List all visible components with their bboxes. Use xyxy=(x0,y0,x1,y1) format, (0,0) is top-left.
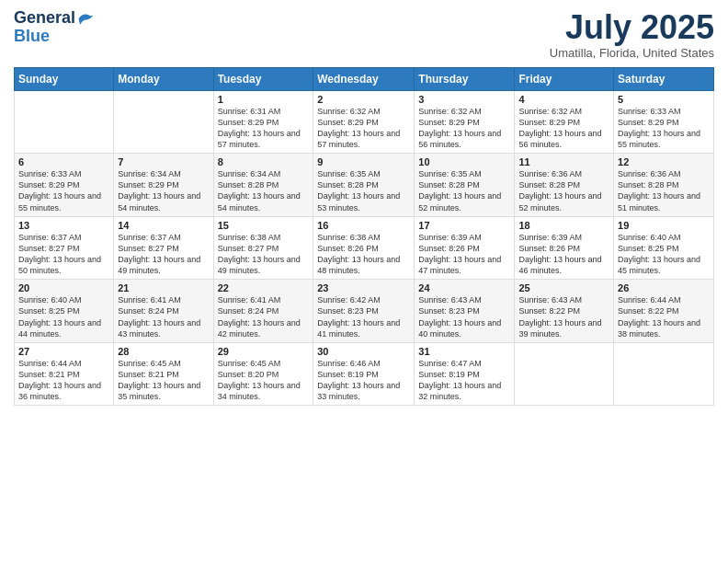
calendar-cell: 29Sunrise: 6:45 AMSunset: 8:20 PMDayligh… xyxy=(213,342,313,406)
calendar-cell xyxy=(515,342,614,406)
logo-bird-icon xyxy=(77,9,96,28)
day-info: Sunrise: 6:37 AMSunset: 8:27 PMDaylight:… xyxy=(18,232,109,277)
day-info: Sunrise: 6:36 AMSunset: 8:28 PMDaylight:… xyxy=(618,168,710,213)
day-info: Sunrise: 6:32 AMSunset: 8:29 PMDaylight:… xyxy=(418,106,510,151)
day-info: Sunrise: 6:33 AMSunset: 8:29 PMDaylight:… xyxy=(618,106,710,151)
calendar-cell: 4Sunrise: 6:32 AMSunset: 8:29 PMDaylight… xyxy=(515,90,614,154)
logo: General Blue xyxy=(14,9,96,46)
calendar-cell xyxy=(114,90,213,154)
calendar-cell: 31Sunrise: 6:47 AMSunset: 8:19 PMDayligh… xyxy=(415,342,515,406)
day-info: Sunrise: 6:38 AMSunset: 8:27 PMDaylight:… xyxy=(218,232,310,277)
day-number: 17 xyxy=(418,220,510,231)
day-number: 23 xyxy=(317,282,410,293)
calendar-header-thursday: Thursday xyxy=(415,67,515,90)
calendar-cell: 7Sunrise: 6:34 AMSunset: 8:29 PMDaylight… xyxy=(114,154,213,217)
calendar-header-monday: Monday xyxy=(114,67,213,90)
day-number: 4 xyxy=(518,94,609,105)
day-number: 11 xyxy=(518,156,609,167)
day-number: 26 xyxy=(618,282,710,293)
calendar-cell: 21Sunrise: 6:41 AMSunset: 8:24 PMDayligh… xyxy=(114,280,213,343)
calendar-cell: 3Sunrise: 6:32 AMSunset: 8:29 PMDaylight… xyxy=(415,90,515,154)
subtitle: Umatilla, Florida, United States xyxy=(550,46,714,60)
calendar-cell: 8Sunrise: 6:34 AMSunset: 8:28 PMDaylight… xyxy=(213,154,313,217)
calendar-header-row: SundayMondayTuesdayWednesdayThursdayFrid… xyxy=(15,67,714,90)
day-info: Sunrise: 6:45 AMSunset: 8:21 PMDaylight:… xyxy=(118,358,209,403)
day-info: Sunrise: 6:39 AMSunset: 8:26 PMDaylight:… xyxy=(418,232,510,277)
day-info: Sunrise: 6:39 AMSunset: 8:26 PMDaylight:… xyxy=(518,232,609,277)
day-info: Sunrise: 6:38 AMSunset: 8:26 PMDaylight:… xyxy=(317,232,410,277)
day-info: Sunrise: 6:33 AMSunset: 8:29 PMDaylight:… xyxy=(18,168,109,213)
calendar-cell: 20Sunrise: 6:40 AMSunset: 8:25 PMDayligh… xyxy=(15,280,114,343)
calendar-cell xyxy=(614,342,714,406)
calendar-cell xyxy=(15,90,114,154)
calendar-cell: 30Sunrise: 6:46 AMSunset: 8:19 PMDayligh… xyxy=(313,342,415,406)
day-number: 5 xyxy=(618,94,710,105)
day-info: Sunrise: 6:44 AMSunset: 8:21 PMDaylight:… xyxy=(18,358,109,403)
day-number: 2 xyxy=(317,94,410,105)
calendar-header-sunday: Sunday xyxy=(15,67,114,90)
day-info: Sunrise: 6:40 AMSunset: 8:25 PMDaylight:… xyxy=(618,232,710,277)
calendar-cell: 18Sunrise: 6:39 AMSunset: 8:26 PMDayligh… xyxy=(515,216,614,280)
calendar-header-friday: Friday xyxy=(515,67,614,90)
calendar-cell: 9Sunrise: 6:35 AMSunset: 8:28 PMDaylight… xyxy=(313,154,415,217)
day-number: 14 xyxy=(118,220,209,231)
calendar-cell: 6Sunrise: 6:33 AMSunset: 8:29 PMDaylight… xyxy=(15,154,114,217)
calendar-header-tuesday: Tuesday xyxy=(213,67,313,90)
calendar-cell: 22Sunrise: 6:41 AMSunset: 8:24 PMDayligh… xyxy=(213,280,313,343)
day-number: 24 xyxy=(418,282,510,293)
calendar-week-row: 1Sunrise: 6:31 AMSunset: 8:29 PMDaylight… xyxy=(15,90,714,154)
day-number: 13 xyxy=(18,220,109,231)
day-number: 29 xyxy=(218,346,310,357)
day-number: 30 xyxy=(317,346,410,357)
calendar-table: SundayMondayTuesdayWednesdayThursdayFrid… xyxy=(14,67,714,407)
calendar-cell: 23Sunrise: 6:42 AMSunset: 8:23 PMDayligh… xyxy=(313,280,415,343)
calendar-week-row: 6Sunrise: 6:33 AMSunset: 8:29 PMDaylight… xyxy=(15,154,714,217)
day-info: Sunrise: 6:35 AMSunset: 8:28 PMDaylight:… xyxy=(418,168,510,213)
calendar-cell: 1Sunrise: 6:31 AMSunset: 8:29 PMDaylight… xyxy=(213,90,313,154)
day-number: 9 xyxy=(317,156,410,167)
header: General Blue July 2025 Umatilla, Florida… xyxy=(14,9,714,60)
calendar-cell: 24Sunrise: 6:43 AMSunset: 8:23 PMDayligh… xyxy=(415,280,515,343)
day-info: Sunrise: 6:34 AMSunset: 8:29 PMDaylight:… xyxy=(118,168,209,213)
calendar-cell: 11Sunrise: 6:36 AMSunset: 8:28 PMDayligh… xyxy=(515,154,614,217)
calendar-week-row: 27Sunrise: 6:44 AMSunset: 8:21 PMDayligh… xyxy=(15,342,714,406)
day-number: 28 xyxy=(118,346,209,357)
calendar-cell: 13Sunrise: 6:37 AMSunset: 8:27 PMDayligh… xyxy=(15,216,114,280)
day-number: 25 xyxy=(518,282,609,293)
calendar-cell: 10Sunrise: 6:35 AMSunset: 8:28 PMDayligh… xyxy=(415,154,515,217)
calendar-cell: 17Sunrise: 6:39 AMSunset: 8:26 PMDayligh… xyxy=(415,216,515,280)
day-info: Sunrise: 6:45 AMSunset: 8:20 PMDaylight:… xyxy=(218,358,310,403)
day-number: 3 xyxy=(418,94,510,105)
calendar-cell: 28Sunrise: 6:45 AMSunset: 8:21 PMDayligh… xyxy=(114,342,213,406)
calendar-cell: 5Sunrise: 6:33 AMSunset: 8:29 PMDaylight… xyxy=(614,90,714,154)
day-number: 18 xyxy=(518,220,609,231)
day-number: 27 xyxy=(18,346,109,357)
calendar-cell: 12Sunrise: 6:36 AMSunset: 8:28 PMDayligh… xyxy=(614,154,714,217)
calendar-cell: 16Sunrise: 6:38 AMSunset: 8:26 PMDayligh… xyxy=(313,216,415,280)
logo-general: General xyxy=(14,9,75,28)
calendar-cell: 26Sunrise: 6:44 AMSunset: 8:22 PMDayligh… xyxy=(614,280,714,343)
day-number: 31 xyxy=(418,346,510,357)
day-info: Sunrise: 6:44 AMSunset: 8:22 PMDaylight:… xyxy=(618,294,710,339)
calendar-cell: 15Sunrise: 6:38 AMSunset: 8:27 PMDayligh… xyxy=(213,216,313,280)
day-info: Sunrise: 6:35 AMSunset: 8:28 PMDaylight:… xyxy=(317,168,410,213)
logo-blue: Blue xyxy=(14,28,96,46)
calendar-cell: 2Sunrise: 6:32 AMSunset: 8:29 PMDaylight… xyxy=(313,90,415,154)
calendar-cell: 19Sunrise: 6:40 AMSunset: 8:25 PMDayligh… xyxy=(614,216,714,280)
day-number: 8 xyxy=(218,156,310,167)
day-number: 6 xyxy=(18,156,109,167)
day-info: Sunrise: 6:43 AMSunset: 8:23 PMDaylight:… xyxy=(418,294,510,339)
calendar-cell: 25Sunrise: 6:43 AMSunset: 8:22 PMDayligh… xyxy=(515,280,614,343)
day-number: 15 xyxy=(218,220,310,231)
day-number: 19 xyxy=(618,220,710,231)
day-number: 10 xyxy=(418,156,510,167)
day-number: 1 xyxy=(218,94,310,105)
day-info: Sunrise: 6:47 AMSunset: 8:19 PMDaylight:… xyxy=(418,358,510,403)
calendar-cell: 27Sunrise: 6:44 AMSunset: 8:21 PMDayligh… xyxy=(15,342,114,406)
day-info: Sunrise: 6:41 AMSunset: 8:24 PMDaylight:… xyxy=(218,294,310,339)
day-number: 16 xyxy=(317,220,410,231)
day-number: 20 xyxy=(18,282,109,293)
day-info: Sunrise: 6:42 AMSunset: 8:23 PMDaylight:… xyxy=(317,294,410,339)
calendar-header-saturday: Saturday xyxy=(614,67,714,90)
day-info: Sunrise: 6:36 AMSunset: 8:28 PMDaylight:… xyxy=(518,168,609,213)
